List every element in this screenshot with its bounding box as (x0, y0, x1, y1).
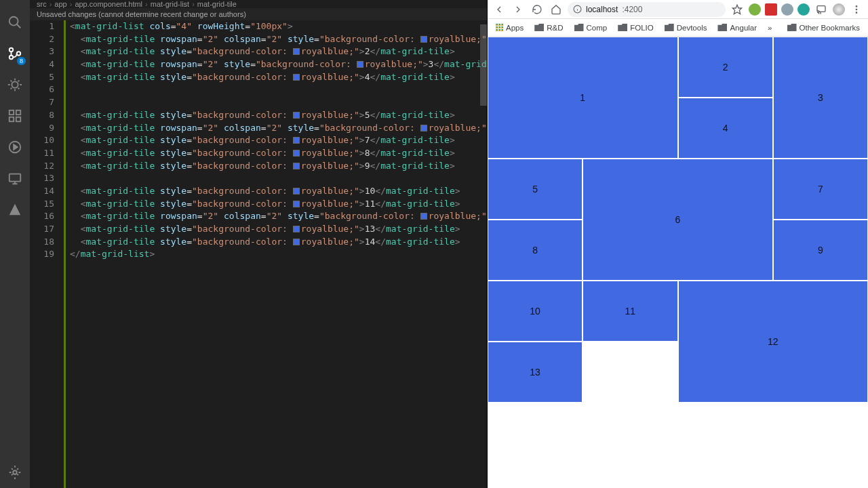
tile-label: 8 (532, 245, 538, 256)
svg-rect-12 (9, 174, 21, 182)
extensions-icon[interactable] (0, 100, 30, 131)
mat-grid-list: 1 2 3 4 5 6 7 8 9 (488, 37, 868, 403)
remote-icon[interactable] (0, 163, 30, 194)
breadcrumb-seg[interactable]: mat-grid-tile (197, 0, 237, 8)
svg-point-3 (9, 56, 14, 60)
extension-icon[interactable] (749, 3, 761, 16)
editor: src› app› app.component.html› mat-grid-l… (30, 0, 487, 488)
svg-rect-6 (9, 110, 14, 115)
svg-point-19 (856, 5, 858, 7)
bookmark-label: Angular (730, 24, 757, 32)
bookmark-folder[interactable]: Devtools (660, 22, 711, 33)
git-change-bar (64, 20, 66, 488)
breadcrumb-seg[interactable]: src (37, 0, 47, 8)
svg-point-20 (856, 8, 858, 10)
extension-icon[interactable] (765, 3, 777, 16)
bookmark-label: » (768, 24, 772, 32)
cast-icon[interactable] (814, 2, 829, 17)
breadcrumb-seg[interactable]: app.component.html (75, 0, 142, 8)
bookmark-label: FOLIO (630, 24, 654, 32)
profile-avatar[interactable] (833, 3, 845, 16)
code-area[interactable]: 12345678910111213141516171819 <mat-grid-… (30, 20, 487, 488)
breadcrumb-seg[interactable]: mat-grid-list (151, 0, 189, 8)
svg-rect-9 (16, 117, 20, 121)
browser-panel: localhost:4200 Apps R&D Comp FOLIO Devto… (487, 0, 868, 488)
breadcrumb-seg[interactable]: app (54, 0, 66, 8)
grid-tile: 2 (678, 37, 773, 98)
svg-point-0 (9, 17, 18, 26)
bookmark-folder[interactable]: Angular (713, 22, 761, 33)
bookmark-folder[interactable]: R&D (530, 22, 567, 33)
tile-label: 2 (723, 62, 728, 73)
tile-label: 5 (532, 184, 538, 195)
url-port: :4200 (622, 5, 642, 14)
extension-icon[interactable] (797, 3, 810, 16)
activity-bar: 8 (0, 0, 30, 488)
grid-tile: 10 (488, 281, 583, 342)
scm-message: Unsaved changes (cannot determine recent… (30, 8, 487, 20)
svg-rect-8 (9, 117, 14, 121)
grid-tile: 4 (678, 98, 773, 159)
url-host: localhost (586, 5, 618, 14)
grid-tile: 11 (583, 281, 677, 342)
other-bookmarks[interactable]: Other Bookmarks (783, 22, 864, 33)
bookmark-folder[interactable]: Comp (570, 22, 612, 33)
tile-label: 13 (530, 367, 540, 378)
bookmark-label: Other Bookmarks (800, 24, 860, 32)
grid-tile: 13 (488, 342, 583, 403)
apps-shortcut[interactable]: Apps (492, 22, 528, 33)
browser-toolbar: localhost:4200 (488, 0, 868, 19)
kebab-menu-icon[interactable] (849, 2, 864, 17)
svg-point-21 (856, 12, 858, 14)
extension-icon[interactable] (781, 3, 793, 16)
bookmark-overflow[interactable]: » (764, 22, 776, 33)
code-content[interactable]: <mat-grid-list cols="4" rowHeight="100px… (70, 20, 487, 488)
svg-point-2 (9, 48, 14, 52)
info-icon (573, 5, 582, 14)
bookmark-label: Comp (587, 24, 608, 32)
grid-tile: 7 (773, 159, 868, 220)
home-button[interactable] (549, 2, 564, 17)
svg-line-1 (17, 24, 21, 28)
scrollbar-thumb[interactable] (480, 24, 487, 106)
tile-label: 7 (818, 184, 823, 195)
scm-badge: 8 (17, 57, 26, 65)
debug-icon[interactable] (0, 69, 30, 100)
tile-label: 4 (723, 123, 728, 134)
settings-gear-icon[interactable] (0, 457, 30, 488)
azure-icon[interactable] (0, 194, 30, 225)
bookmark-folder[interactable]: FOLIO (614, 22, 658, 33)
bookmark-label: R&D (547, 24, 563, 32)
search-icon[interactable] (0, 7, 30, 38)
grid-tile: 8 (488, 220, 583, 281)
rendered-page: 1 2 3 4 5 6 7 8 9 (488, 37, 868, 488)
forward-button[interactable] (511, 2, 526, 17)
svg-point-13 (13, 470, 17, 474)
tile-label: 9 (818, 245, 823, 256)
breadcrumb[interactable]: src› app› app.component.html› mat-grid-l… (30, 0, 487, 8)
address-bar[interactable]: localhost:4200 (568, 2, 726, 17)
tile-label: 10 (530, 306, 540, 317)
source-control-icon[interactable]: 8 (0, 38, 30, 69)
reload-button[interactable] (530, 2, 545, 17)
svg-point-5 (12, 81, 18, 87)
vscode-panel: 8 src› app› app.component.html› mat-grid… (0, 0, 487, 488)
tile-label: 11 (625, 306, 636, 317)
back-button[interactable] (492, 2, 507, 17)
grid-tile: 5 (488, 159, 583, 220)
grid-tile: 9 (773, 220, 868, 281)
svg-marker-17 (732, 5, 741, 14)
editor-scrollbar[interactable] (480, 20, 487, 488)
run-icon[interactable] (0, 131, 30, 163)
bookmark-label: Devtools (677, 24, 707, 32)
bookmarks-bar: Apps R&D Comp FOLIO Devtools Angular » O… (488, 19, 868, 37)
svg-marker-11 (14, 144, 18, 149)
bookmark-star-icon[interactable] (730, 2, 745, 17)
svg-rect-7 (16, 110, 20, 115)
line-gutter: 12345678910111213141516171819 (30, 20, 64, 488)
bookmark-label: Apps (506, 24, 524, 32)
